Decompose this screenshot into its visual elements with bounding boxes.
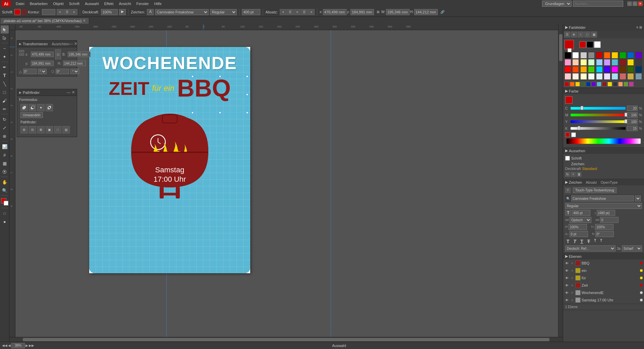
swatch-cell-6[interactable] — [611, 52, 618, 59]
vscroll-thumb[interactable] — [559, 34, 562, 61]
para-right-btn[interactable]: ≡ — [294, 9, 301, 15]
swatch-cell-3[interactable] — [588, 52, 595, 59]
main-canvas[interactable]: WOCHENENDE ZEIT für ein BBQ — [15, 30, 563, 342]
swatch-darkgray[interactable] — [613, 82, 618, 86]
swatch-cell-1[interactable] — [572, 52, 579, 59]
rect-tool[interactable]: □ — [1, 88, 9, 96]
h-input[interactable] — [414, 9, 438, 15]
color-spectrum[interactable] — [567, 138, 641, 144]
m-slider[interactable] — [571, 113, 626, 117]
zeichen-icon[interactable]: A — [147, 9, 154, 15]
layer-row-2[interactable]: 👁 ○ für — [563, 274, 644, 282]
character-header[interactable]: ▶ Zeichen Absatz OpenType — [563, 179, 644, 185]
font-select[interactable]: Carnivalee Freakshow — [155, 9, 209, 15]
layer-eye-5[interactable]: 👁 — [565, 298, 569, 302]
swatch-pattern-btn[interactable]: ▦ — [591, 32, 597, 38]
transform-link-btn[interactable]: ⊡ — [55, 49, 61, 59]
transform-w-input[interactable] — [68, 52, 91, 57]
zoom-tool[interactable]: 🔍 — [1, 186, 9, 194]
pf-divide-btn[interactable]: ⊞ — [20, 126, 28, 133]
rotation-input[interactable] — [595, 231, 614, 237]
page-next-btn[interactable]: ▶ — [25, 344, 28, 347]
antialias-select[interactable]: Scharf — [622, 245, 642, 251]
umwandeln-btn[interactable]: Umwandeln — [20, 112, 43, 118]
pf-trim-btn[interactable]: ⊟ — [29, 126, 36, 133]
menu-bearbeiten[interactable]: Bearbeiten — [28, 1, 50, 6]
pen-tool[interactable]: ✒ — [1, 63, 9, 71]
swatch-white[interactable] — [594, 41, 601, 48]
swatch-cell-26[interactable] — [611, 66, 618, 73]
swatch-cell-0[interactable] — [565, 52, 571, 59]
layer-row-4[interactable]: 👁 ○ WochenendE — [563, 289, 644, 296]
font-style-select[interactable]: Regular — [210, 9, 237, 15]
m-value[interactable] — [627, 112, 638, 118]
angle2-input[interactable] — [56, 69, 69, 74]
swatch-cell-18[interactable] — [627, 59, 634, 66]
swatch-green[interactable] — [581, 82, 585, 86]
absatz-tab[interactable]: Absatz — [586, 180, 597, 184]
swatch-cell-39[interactable] — [635, 73, 642, 80]
vscrollbar[interactable] — [558, 24, 563, 337]
kontur-input[interactable] — [42, 9, 55, 15]
swatch-cell-35[interactable] — [604, 73, 610, 80]
swatch-cell-19[interactable] — [635, 59, 642, 66]
layer-eye-4[interactable]: 👁 — [565, 290, 569, 295]
layer-row-0[interactable]: 👁 ○ BBQ — [563, 259, 644, 267]
swatch-cell-11[interactable] — [572, 59, 579, 66]
align-right-btn[interactable]: ≡ — [71, 9, 77, 15]
layer-row-1[interactable]: 👁 ○ ein — [563, 267, 644, 274]
angle1-select[interactable]: ° — [38, 69, 47, 74]
swatch-cell-31[interactable] — [572, 73, 579, 80]
italic-btn[interactable]: T — [572, 238, 578, 245]
paintbrush-tool[interactable]: 🖌 — [1, 97, 9, 105]
layer-lock-2[interactable]: ○ — [570, 276, 574, 280]
app-del-btn[interactable]: 🗑 — [577, 172, 581, 177]
page-first-btn[interactable]: ◀◀ — [2, 344, 7, 347]
menu-datei[interactable]: Datei — [13, 1, 27, 6]
font-size-input[interactable] — [242, 9, 260, 15]
baseline-input[interactable] — [570, 231, 588, 237]
app-fx-btn[interactable]: fx — [565, 172, 570, 177]
swatch-yellow[interactable] — [575, 82, 580, 86]
swatch-gold[interactable] — [607, 82, 612, 86]
tracking-input[interactable] — [600, 217, 619, 223]
swatches-grid-icon[interactable]: ⊞ — [639, 25, 642, 29]
column-graph-tool[interactable]: 📊 — [1, 142, 9, 151]
swatch-cell-29[interactable] — [635, 66, 642, 73]
c-slider[interactable] — [571, 107, 626, 110]
swatch-cell-25[interactable] — [604, 66, 610, 73]
swatch-cell-21[interactable] — [572, 66, 579, 73]
pf-merge-btn[interactable]: ⊠ — [37, 126, 45, 133]
ausrichten-tab[interactable]: Ausrichten — [52, 42, 69, 46]
transform-x-input[interactable] — [31, 52, 54, 57]
selection-tool[interactable] — [1, 25, 9, 34]
swatch-cell-10[interactable] — [565, 59, 571, 66]
swatch-cell-34[interactable] — [596, 73, 603, 80]
background-color[interactable] — [4, 201, 8, 206]
layer-eye-1[interactable]: 👁 — [565, 268, 569, 273]
direct-select-tool[interactable] — [1, 34, 9, 42]
layer-lock-5[interactable]: ○ — [570, 298, 574, 302]
layer-lock-1[interactable]: ○ — [570, 269, 574, 273]
swatch-purple[interactable] — [591, 82, 596, 86]
swatch-black[interactable] — [587, 41, 593, 48]
y-coord-input[interactable] — [351, 9, 374, 15]
swatch-cell-8[interactable] — [627, 52, 634, 59]
scale-v-input[interactable] — [595, 224, 613, 230]
font-style-dropdown[interactable]: Regular — [565, 203, 642, 209]
swatch-global-btn[interactable]: □ — [584, 32, 590, 38]
transform-y-input[interactable] — [31, 61, 54, 66]
menu-auswahl[interactable]: Auswahl — [83, 1, 101, 6]
pathfinder-close-btn[interactable]: ✕ — [72, 90, 75, 95]
align-center-btn[interactable]: ☰ — [64, 9, 70, 15]
menu-effekt[interactable]: Effekt — [102, 1, 116, 6]
close-button[interactable]: ✕ — [638, 1, 643, 6]
zoom-input[interactable] — [11, 343, 25, 348]
swatch-c100[interactable] — [565, 82, 569, 86]
pf-outline-btn[interactable]: □ — [54, 126, 61, 133]
line-tool[interactable]: ╲ — [1, 80, 9, 88]
swatch-cyan[interactable] — [597, 82, 601, 86]
pf-unite-btn[interactable] — [20, 104, 28, 111]
swatch-cell-30[interactable] — [565, 73, 571, 80]
swatch-cell-24[interactable] — [596, 66, 603, 73]
